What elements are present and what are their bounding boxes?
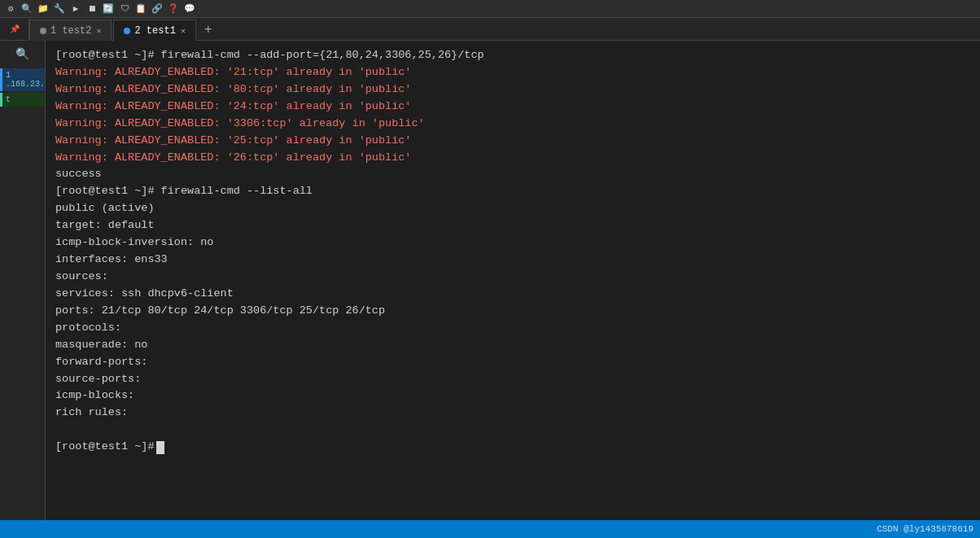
- tab-add-button[interactable]: +: [198, 20, 219, 40]
- tab-test1-close[interactable]: ✕: [181, 26, 186, 36]
- terminal-line-10: target: default: [55, 217, 970, 234]
- toolbar-icon-12[interactable]: 💬: [182, 2, 197, 16]
- terminal-line-5: Warning: ALREADY_ENABLED: '25:tcp' alrea…: [55, 133, 970, 150]
- terminal-line-3: Warning: ALREADY_ENABLED: '24:tcp' alrea…: [55, 98, 970, 116]
- connection-item-1[interactable]: 1 .168.23...: [0, 68, 45, 91]
- status-bar: CSDN @ly1435678619: [0, 520, 980, 538]
- toolbar-icon-3[interactable]: 📁: [36, 2, 50, 16]
- tab-bar-left: 📌: [0, 18, 29, 40]
- terminal-line-4: Warning: ALREADY_ENABLED: '3306:tcp' alr…: [55, 116, 970, 133]
- terminal-line-0: [root@test1 ~]# firewall-cmd --add-port=…: [55, 47, 970, 64]
- toolbar-icon-5[interactable]: ▶: [68, 2, 83, 16]
- terminal-line-18: forward-ports:: [55, 354, 970, 371]
- tab-test1[interactable]: 2 test1 ✕: [113, 20, 195, 41]
- tab-dot-inactive: [40, 28, 46, 34]
- terminal-line-17: masquerade: no: [55, 337, 970, 354]
- terminal-line-2: Warning: ALREADY_ENABLED: '80:tcp' alrea…: [55, 81, 970, 98]
- sidebar-search[interactable]: 🔍: [0, 44, 45, 66]
- terminal-line-8: [root@test1 ~]# firewall-cmd --list-all: [55, 183, 970, 200]
- toolbar: ⚙ 🔍 📁 🔧 ▶ ⏹ 🔄 🛡 📋 🔗 ❓ 💬: [0, 0, 980, 18]
- toolbar-icon-6[interactable]: ⏹: [85, 2, 99, 16]
- terminal-cursor: [156, 441, 164, 454]
- toolbar-icon-11[interactable]: ❓: [166, 2, 181, 16]
- terminal-line-21: rich rules:: [55, 405, 970, 422]
- tab-test2-label: 1 test2: [50, 25, 91, 37]
- terminal-line-20: icmp-blocks:: [55, 387, 970, 405]
- search-icon: 🔍: [15, 47, 29, 61]
- terminal-area: [root@test1 ~]# firewall-cmd --add-port=…: [46, 41, 980, 520]
- tab-test2-close[interactable]: ✕: [96, 26, 101, 36]
- connection-label-1: 1: [6, 71, 42, 80]
- tab-dot-active: [124, 28, 130, 34]
- terminal-line-7: success: [55, 166, 970, 183]
- terminal-line-15: ports: 21/tcp 80/tcp 24/tcp 3306/tcp 25/…: [55, 303, 970, 320]
- terminal-line-22: [55, 422, 970, 439]
- tab-test2[interactable]: 1 test2 ✕: [29, 20, 112, 41]
- terminal-line-14: services: ssh dhcpv6-client: [55, 286, 970, 303]
- connection-ip-1: .168.23...: [6, 80, 42, 89]
- terminal-prompt-line[interactable]: [root@test1 ~]#: [55, 439, 970, 456]
- toolbar-icon-2[interactable]: 🔍: [20, 2, 34, 16]
- connection-item-2[interactable]: t: [0, 93, 45, 107]
- terminal-line-12: interfaces: ens33: [55, 252, 970, 269]
- toolbar-icon-1[interactable]: ⚙: [3, 2, 18, 16]
- toolbar-icon-9[interactable]: 📋: [133, 2, 148, 16]
- terminal-line-16: protocols:: [55, 320, 970, 337]
- sidebar: 🔍 1 .168.23... t: [0, 41, 46, 520]
- terminal-line-6: Warning: ALREADY_ENABLED: '26:tcp' alrea…: [55, 150, 970, 167]
- terminal-content[interactable]: [root@test1 ~]# firewall-cmd --add-port=…: [46, 41, 980, 520]
- tab-test1-label: 2 test1: [134, 25, 175, 37]
- main-area: 🔍 1 .168.23... t [root@test1 ~]# firewal…: [0, 41, 980, 520]
- tab-bar: 📌 1 test2 ✕ 2 test1 ✕ +: [0, 18, 980, 41]
- connection-label-2: t: [6, 95, 42, 104]
- terminal-line-1: Warning: ALREADY_ENABLED: '21:tcp' alrea…: [55, 64, 970, 81]
- terminal-line-9: public (active): [55, 200, 970, 217]
- terminal-line-11: icmp-block-inversion: no: [55, 234, 970, 252]
- tab-pin-icon: 📌: [10, 24, 20, 34]
- terminal-prompt-text: [root@test1 ~]#: [55, 439, 155, 456]
- watermark-text: CSDN @ly1435678619: [877, 524, 973, 534]
- toolbar-icon-4[interactable]: 🔧: [52, 2, 67, 16]
- terminal-line-19: source-ports:: [55, 371, 970, 388]
- toolbar-icon-7[interactable]: 🔄: [101, 2, 116, 16]
- terminal-line-13: sources:: [55, 269, 970, 286]
- toolbar-icon-10[interactable]: 🔗: [150, 2, 164, 16]
- toolbar-icon-8[interactable]: 🛡: [117, 2, 132, 16]
